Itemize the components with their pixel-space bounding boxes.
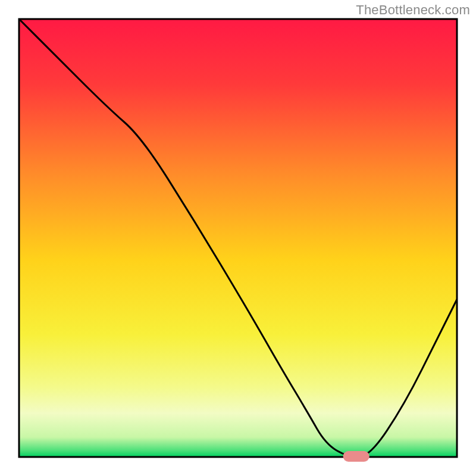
watermark-text: TheBottleneck.com — [356, 2, 470, 18]
bottleneck-chart: TheBottleneck.com — [0, 0, 476, 476]
chart-svg — [0, 0, 476, 476]
optimal-marker — [343, 451, 369, 462]
